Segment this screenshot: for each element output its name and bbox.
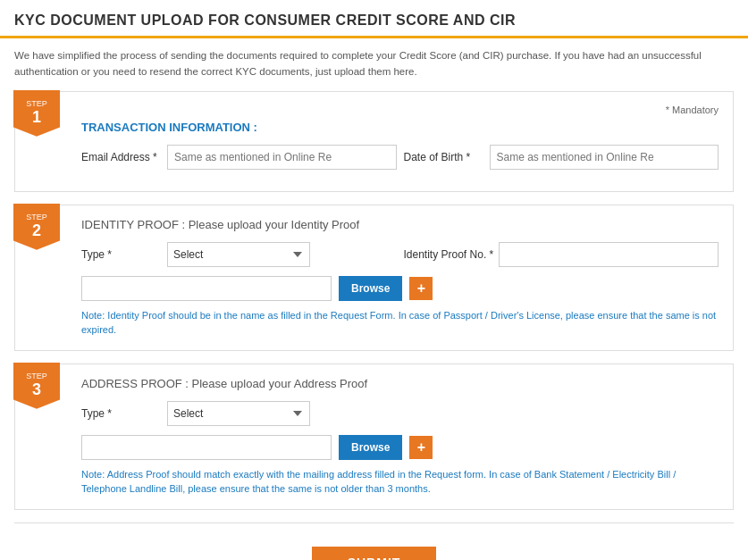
page-title: KYC DOCUMENT UPLOAD FOR CONSUMER CREDIT … xyxy=(14,13,734,29)
identity-type-label: Type * xyxy=(81,248,162,261)
step2-title: IDENTITY PROOF xyxy=(81,218,179,231)
email-input[interactable] xyxy=(167,145,397,170)
submit-button[interactable]: SUBMIT xyxy=(312,547,437,560)
identity-add-button[interactable]: + xyxy=(409,277,433,300)
page-description: We have simplified the process of sendin… xyxy=(0,38,748,91)
submit-row: SUBMIT xyxy=(0,532,748,560)
step2-section: STEP 2 IDENTITY PROOF : Please upload yo… xyxy=(14,205,734,351)
identity-note: Note: Identity Proof should be in the na… xyxy=(81,308,719,338)
transaction-info-row: Email Address * Date of Birth * xyxy=(81,145,719,170)
step3-heading: ADDRESS PROOF : Please upload your Addre… xyxy=(81,377,719,390)
dob-group: Date of Birth * xyxy=(404,145,719,170)
step2-content: IDENTITY PROOF : Please upload your Iden… xyxy=(81,218,719,338)
dob-label: Date of Birth * xyxy=(404,151,484,163)
address-type-group: Type * Select Passport Voter ID Driving … xyxy=(81,401,719,426)
identity-file-row: Browse + xyxy=(81,276,719,301)
page-header: KYC DOCUMENT UPLOAD FOR CONSUMER CREDIT … xyxy=(0,0,748,38)
page-wrapper: KYC DOCUMENT UPLOAD FOR CONSUMER CREDIT … xyxy=(0,0,748,560)
step3-content: ADDRESS PROOF : Please upload your Addre… xyxy=(81,377,719,497)
identity-no-label: Identity Proof No. * xyxy=(404,248,494,261)
step3-subtitle: : Please upload your Address Proof xyxy=(182,377,367,390)
step2-subtitle: : Please upload your Identity Proof xyxy=(179,218,359,231)
step2-heading: IDENTITY PROOF : Please upload your Iden… xyxy=(81,218,719,231)
address-add-button[interactable]: + xyxy=(409,436,433,459)
address-type-row: Type * Select Passport Voter ID Driving … xyxy=(81,401,719,426)
step3-section: STEP 3 ADDRESS PROOF : Please upload you… xyxy=(14,364,734,510)
step3-badge: STEP 3 xyxy=(13,363,60,409)
identity-type-select[interactable]: Select PAN Card Passport Voter ID Drivin… xyxy=(167,242,310,267)
footer-divider xyxy=(14,522,734,523)
address-file-row: Browse + xyxy=(81,435,719,460)
step1-content: * Mandatory TRANSACTION INFORMATION : Em… xyxy=(81,104,719,170)
identity-type-group: Type * Select PAN Card Passport Voter ID… xyxy=(81,242,397,267)
address-file-input-box xyxy=(81,435,332,460)
email-group: Email Address * xyxy=(81,145,397,170)
step3-title: ADDRESS PROOF xyxy=(81,377,182,390)
address-type-label: Type * xyxy=(81,407,162,420)
step2-badge: STEP 2 xyxy=(13,204,60,250)
dob-input[interactable] xyxy=(490,145,719,170)
step1-section: STEP 1 * Mandatory TRANSACTION INFORMATI… xyxy=(14,91,734,192)
identity-no-group: Identity Proof No. * xyxy=(404,242,719,267)
email-label: Email Address * xyxy=(81,151,162,163)
identity-file-input-box xyxy=(81,276,332,301)
step1-heading: TRANSACTION INFORMATION : xyxy=(81,121,719,134)
step3-num: 3 xyxy=(32,381,41,399)
identity-no-input[interactable] xyxy=(499,242,719,267)
address-browse-button[interactable]: Browse xyxy=(339,435,402,460)
step1-badge: STEP 1 xyxy=(13,90,60,137)
address-note: Note: Address Proof should match exactly… xyxy=(81,467,719,497)
step2-num: 2 xyxy=(32,222,41,240)
identity-type-row: Type * Select PAN Card Passport Voter ID… xyxy=(81,242,719,267)
address-type-select[interactable]: Select Passport Voter ID Driving License… xyxy=(167,401,310,426)
identity-browse-button[interactable]: Browse xyxy=(339,276,402,301)
mandatory-note: * Mandatory xyxy=(81,104,719,115)
step1-num: 1 xyxy=(32,109,41,127)
